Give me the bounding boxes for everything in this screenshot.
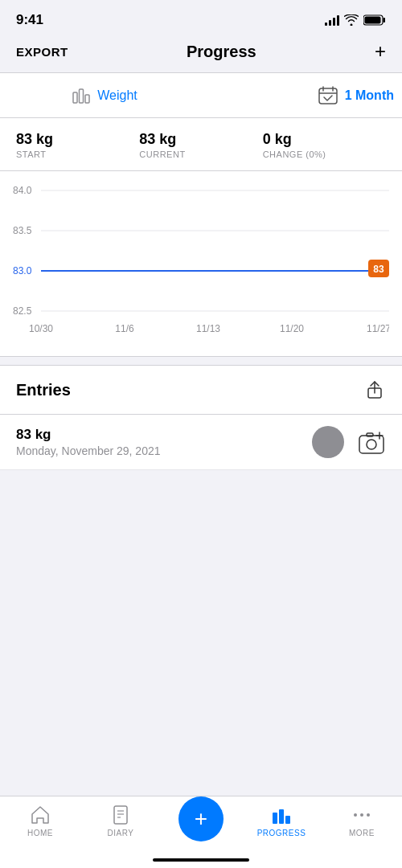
change-value: 0 kg — [263, 131, 386, 148]
add-progress-button[interactable]: + — [178, 796, 224, 841]
export-button[interactable]: EXPORT — [16, 45, 68, 59]
entry-date: Monday, November 29, 2021 — [16, 444, 312, 457]
change-label: CHANGE (0%) — [263, 149, 386, 159]
x-label-1127: 11/27 — [367, 323, 389, 334]
spacer — [0, 470, 402, 631]
y-label-830: 83.0 — [13, 265, 32, 276]
x-label-1120: 11/20 — [280, 323, 304, 334]
stats-row: 83 kg START 83 kg CURRENT 0 kg CHANGE (0… — [0, 118, 402, 171]
diary-icon — [110, 805, 131, 825]
bottom-nav: HOME DIARY + PROGRESS MORE — [0, 796, 402, 868]
svg-rect-2 — [365, 17, 381, 24]
y-label-825: 82.5 — [13, 305, 32, 317]
weight-tab-label: Weight — [97, 88, 137, 103]
nav-home-label: HOME — [27, 829, 53, 837]
svg-point-33 — [360, 813, 363, 817]
y-label-840: 84.0 — [13, 185, 32, 196]
tab-period[interactable]: 1 Month — [201, 85, 394, 106]
svg-rect-5 — [85, 95, 89, 103]
status-time: 9:41 — [16, 12, 43, 28]
svg-rect-1 — [384, 18, 386, 23]
entries-title: Entries — [16, 381, 71, 399]
tab-bar: Weight 1 Month — [0, 73, 402, 118]
progress-icon — [271, 805, 292, 825]
start-label: START — [16, 149, 139, 159]
svg-rect-6 — [319, 88, 337, 104]
home-icon — [30, 805, 51, 825]
svg-point-32 — [354, 813, 357, 817]
header: EXPORT Progress + — [0, 35, 402, 72]
stat-current: 83 kg CURRENT — [139, 131, 262, 159]
nav-more[interactable]: MORE — [322, 805, 402, 837]
start-value: 83 kg — [16, 131, 139, 148]
tab-weight[interactable]: Weight — [8, 86, 201, 105]
x-label-1113: 11/13 — [196, 323, 220, 334]
nav-home[interactable]: HOME — [0, 805, 80, 837]
wifi-icon — [344, 14, 359, 26]
chart-container: 84.0 83.5 83.0 82.5 83 10/30 11/6 11/13 … — [0, 171, 402, 357]
entries-header: Entries — [0, 365, 402, 415]
nav-diary[interactable]: DIARY — [80, 805, 161, 837]
more-icon — [351, 805, 372, 825]
calendar-icon — [318, 85, 338, 106]
weight-chart: 84.0 83.5 83.0 82.5 83 10/30 11/6 11/13 … — [13, 179, 389, 356]
home-indicator — [153, 858, 249, 862]
period-tab-label: 1 Month — [345, 88, 394, 103]
signal-icon — [325, 14, 339, 26]
y-label-835: 83.5 — [13, 225, 32, 236]
nav-diary-label: DIARY — [108, 829, 134, 837]
camera-add-icon[interactable] — [357, 428, 386, 457]
svg-text:83: 83 — [373, 264, 384, 275]
entry-item: 83 kg Monday, November 29, 2021 — [0, 415, 402, 470]
svg-rect-4 — [80, 89, 84, 103]
svg-rect-22 — [367, 433, 373, 436]
status-bar: 9:41 — [0, 0, 402, 35]
svg-rect-3 — [73, 92, 77, 103]
entry-weight: 83 kg — [16, 427, 312, 443]
stat-change: 0 kg CHANGE (0%) — [263, 131, 386, 159]
battery-icon — [363, 14, 386, 26]
entry-photo-circle[interactable] — [312, 426, 344, 458]
svg-point-34 — [367, 813, 370, 817]
svg-rect-25 — [114, 806, 127, 824]
share-icon[interactable] — [363, 379, 386, 401]
current-value: 83 kg — [139, 131, 262, 148]
entry-info: 83 kg Monday, November 29, 2021 — [16, 427, 312, 457]
nav-more-label: MORE — [349, 829, 375, 837]
nav-progress[interactable]: PROGRESS — [241, 805, 322, 837]
x-label-116: 11/6 — [115, 323, 134, 334]
svg-rect-31 — [285, 816, 290, 824]
page-title: Progress — [187, 43, 256, 61]
nav-progress-label: PROGRESS — [257, 829, 306, 837]
add-button[interactable]: + — [375, 42, 386, 61]
nav-add[interactable]: + — [161, 805, 241, 841]
chart-bar-icon — [72, 86, 91, 105]
stat-start: 83 kg START — [16, 131, 139, 159]
svg-point-21 — [367, 440, 376, 449]
current-label: CURRENT — [139, 149, 262, 159]
status-icons — [325, 14, 386, 26]
svg-rect-30 — [279, 809, 284, 824]
svg-rect-29 — [273, 813, 277, 824]
add-icon: + — [195, 808, 207, 830]
x-label-1030: 10/30 — [29, 323, 53, 334]
